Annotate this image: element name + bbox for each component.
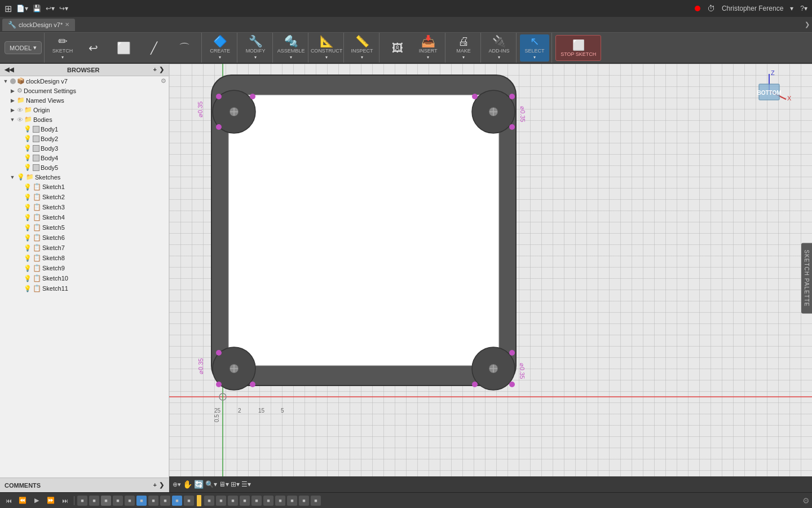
stop-sketch-button[interactable]: ⬜ STOP SKETCH (555, 35, 601, 61)
tree-document-settings[interactable]: ▶ ⚙ Document Settings (0, 86, 169, 95)
timeline-playhead[interactable] (197, 495, 201, 506)
sketch7-eye-icon[interactable]: 💡 (24, 244, 32, 252)
tree-root[interactable]: ▼ 📦 clockDesign v7 ⚙ (0, 76, 169, 86)
comments-expand-icon[interactable]: ❯ (159, 481, 164, 489)
tree-sketch11[interactable]: 💡 📋 Sketch11 (0, 283, 169, 294)
viewport[interactable]: ⌀0.35 ⌀0.35 ⌀0.35 (169, 64, 812, 492)
insert-image-button[interactable]: 🖼 (383, 34, 412, 62)
sketch6-eye-icon[interactable]: 💡 (24, 234, 32, 242)
body3-eye-icon[interactable]: 💡 (24, 144, 32, 152)
sketch9-eye-icon[interactable]: 💡 (24, 265, 32, 272)
timeline-step-3[interactable]: ■ (101, 496, 111, 506)
tree-body5[interactable]: 💡 Body5 (0, 163, 169, 172)
timeline-step-20[interactable]: ■ (311, 496, 321, 506)
user-dropdown-icon[interactable]: ▾ (790, 5, 793, 12)
browser-add-icon[interactable]: + (153, 66, 157, 73)
timeline-step-4[interactable]: ■ (113, 496, 123, 506)
tree-body2[interactable]: 💡 Body2 (0, 134, 169, 143)
timeline-step-8[interactable]: ■ (160, 496, 170, 506)
timeline-step-19[interactable]: ■ (299, 496, 309, 506)
tree-sketch2[interactable]: 💡 📋 Sketch2 (0, 192, 169, 202)
tree-body1[interactable]: 💡 Body1 (0, 124, 169, 134)
browser-expand-icon[interactable]: ❯ (159, 66, 164, 73)
doc-settings-expander[interactable]: ▶ (9, 88, 16, 94)
root-options-icon[interactable]: ⚙ (161, 77, 166, 85)
tree-sketches[interactable]: ▼ 💡 📁 Sketches (0, 172, 169, 182)
tree-sketch7[interactable]: 💡 📋 Sketch7 (0, 243, 169, 253)
timeline-play[interactable]: ▶ (30, 494, 43, 507)
extrude-button[interactable]: 🔷 CREATE ▾ (205, 34, 235, 62)
snap-button[interactable]: ⊕▾ (173, 481, 181, 488)
bodies-expander[interactable]: ▼ (9, 117, 16, 122)
tree-sketch5[interactable]: 💡 📋 Sketch5 (0, 222, 169, 233)
tree-body3[interactable]: 💡 Body3 (0, 143, 169, 153)
sketch8-eye-icon[interactable]: 💡 (24, 255, 32, 262)
timeline-step-12[interactable]: ■ (216, 496, 226, 506)
model-button[interactable]: MODEL ▾ (5, 41, 42, 54)
save-icon[interactable]: 💾 (33, 5, 41, 12)
tree-origin[interactable]: ▶ 👁 📁 Origin (0, 105, 169, 115)
timeline-step-9[interactable]: ■ (172, 496, 182, 506)
expand-tabs-icon[interactable]: ❯ (805, 21, 810, 28)
rectangle-button[interactable]: ⬜ (109, 34, 138, 62)
tree-sketch3[interactable]: 💡 📋 Sketch3 (0, 202, 169, 212)
sketch3-eye-icon[interactable]: 💡 (24, 204, 32, 211)
timeline-step-11[interactable]: ■ (204, 496, 214, 506)
timeline-step-18[interactable]: ■ (287, 496, 297, 506)
sketch-viewport[interactable]: ⌀0.35 ⌀0.35 ⌀0.35 (169, 64, 812, 492)
timeline-step-1[interactable]: ■ (77, 496, 87, 506)
sketch-palette-tab[interactable]: SKETCH PALETTE (801, 243, 812, 313)
sketch10-eye-icon[interactable]: 💡 (24, 275, 32, 282)
timeline-step-6[interactable]: ■ (136, 496, 147, 506)
sketch11-eye-icon[interactable]: 💡 (24, 285, 32, 292)
select-button[interactable]: ↖ SELECT ▾ (520, 34, 549, 62)
timeline-step-15[interactable]: ■ (251, 496, 262, 506)
sketch-finish-button[interactable]: ✏ SKETCH ▾ (48, 34, 77, 62)
timeline-settings-icon[interactable]: ⚙ (802, 496, 810, 505)
body4-eye-icon[interactable]: 💡 (24, 154, 32, 161)
file-tab[interactable]: 🔧 clockDesign v7* ✕ (2, 19, 75, 31)
named-views-expander[interactable]: ▶ (9, 98, 16, 103)
timeline-next[interactable]: ⏩ (45, 494, 57, 507)
timeline-go-end[interactable]: ⏭ (59, 494, 71, 507)
sketch5-eye-icon[interactable]: 💡 (24, 224, 32, 231)
timeline-prev[interactable]: ⏪ (16, 494, 29, 507)
tree-sketch4[interactable]: 💡 📋 Sketch4 (0, 212, 169, 222)
zoom-button[interactable]: 🔍▾ (205, 480, 217, 488)
tree-sketch1[interactable]: 💡 📋 Sketch1 (0, 182, 169, 192)
help-icon[interactable]: ?▾ (800, 5, 807, 12)
redo-icon[interactable]: ↪▾ (59, 5, 68, 12)
construct-button[interactable]: 📐 CONSTRUCT ▾ (312, 34, 341, 62)
add-ins-button[interactable]: 🔌 ADD-INS ▾ (484, 34, 514, 62)
app-grid-icon[interactable]: ⊞ (5, 3, 12, 14)
tree-named-views[interactable]: ▶ 📁 Named Views (0, 95, 169, 105)
tree-bodies[interactable]: ▼ 👁 📁 Bodies (0, 115, 169, 124)
modify-button[interactable]: 🔧 MODIFY ▾ (241, 34, 270, 62)
timeline-step-7[interactable]: ■ (148, 496, 158, 506)
viewcube[interactable]: Z X BOTTOM (747, 68, 792, 113)
tree-sketch8[interactable]: 💡 📋 Sketch8 (0, 253, 169, 263)
tree-sketch10[interactable]: 💡 📋 Sketch10 (0, 273, 169, 283)
undo-icon[interactable]: ↩▾ (46, 5, 55, 12)
new-file-icon[interactable]: 📄▾ (16, 5, 28, 12)
tree-sketch6[interactable]: 💡 📋 Sketch6 (0, 233, 169, 243)
close-tab-button[interactable]: ✕ (65, 21, 69, 28)
pan-button[interactable]: ✋ (183, 480, 192, 489)
origin-expander[interactable]: ▶ (9, 107, 16, 113)
timeline-step-5[interactable]: ■ (125, 496, 135, 506)
timeline-step-10[interactable]: ■ (184, 496, 194, 506)
browser-collapse-icon[interactable]: ◀◀ (5, 66, 14, 73)
timeline-step-17[interactable]: ■ (275, 496, 285, 506)
body1-eye-icon[interactable]: 💡 (24, 125, 32, 133)
tree-body4[interactable]: 💡 Body4 (0, 153, 169, 163)
root-expander[interactable]: ▼ (2, 78, 9, 84)
orbit-button[interactable]: 🔄 (194, 480, 204, 489)
timeline-go-start[interactable]: ⏮ (2, 494, 15, 507)
inspect-button[interactable]: 📏 INSPECT ▾ (347, 34, 377, 62)
timeline-step-2[interactable]: ■ (89, 496, 99, 506)
comments-add-icon[interactable]: + (153, 481, 157, 489)
sketch2-eye-icon[interactable]: 💡 (24, 194, 32, 201)
make-button[interactable]: 🖨 MAKE ▾ (449, 34, 478, 62)
timeline-step-14[interactable]: ■ (240, 496, 250, 506)
display-settings-button[interactable]: 🖥▾ (219, 480, 229, 488)
